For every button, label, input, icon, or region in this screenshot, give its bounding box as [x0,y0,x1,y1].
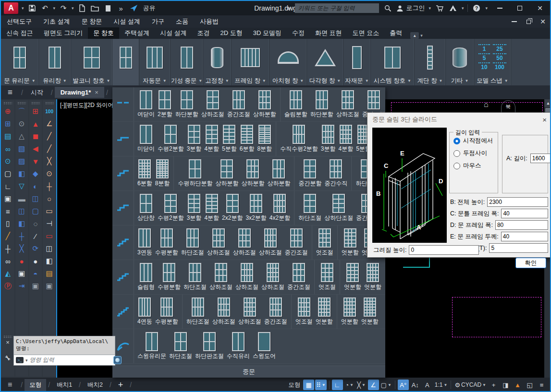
tool-icon[interactable]: ○ [44,192,55,205]
tool-icon[interactable]: ╱ [44,143,55,155]
autodesk-icon[interactable] [448,3,458,13]
ribbon-tab-3D 모델링[interactable]: 3D 모델링 [248,27,287,39]
menu-item-문 창문[interactable]: 문 창문 [76,15,108,28]
flyout-item-하단조절[interactable]: 하단조절 [184,263,207,291]
terminal-icon[interactable]: >_ [16,357,24,363]
tool-icon[interactable]: ▼ [30,155,41,167]
tool-icon[interactable]: ┼ [2,242,13,255]
tool-icon[interactable]: ◧ [16,167,27,180]
tool-icon[interactable]: ⊙ [16,118,27,130]
tool-icon[interactable]: ⊞ [30,105,41,118]
tool-icon[interactable]: ▢ [30,205,41,217]
field-input[interactable]: 2300 [487,197,548,207]
flyout-item-엇분할[interactable]: 엇분할 [364,263,381,291]
radio-icon[interactable] [453,138,460,144]
flyout-item-상하조절[interactable]: 상하조절 [336,90,359,119]
ribbon-tab-문 창호[interactable]: 문 창호 [88,27,119,39]
open-folder-icon[interactable] [90,3,100,13]
tool-icon[interactable]: ┼ [44,180,55,192]
flyout-item-3분할[interactable]: 3분할 [187,125,202,153]
snap-number-1[interactable]: 1 [478,44,490,52]
tool-icon[interactable]: ≡ [2,205,13,217]
search-input[interactable]: 키워드 또는 구절 입력 [295,3,379,13]
layout-tab-배치2[interactable]: 배치2 [83,379,108,391]
snap-number-100[interactable]: 100 [493,62,506,71]
menu-item-가구[interactable]: 가구 [146,15,170,28]
maximize-button[interactable] [512,2,528,14]
menu-item-기초 설계[interactable]: 기초 설계 [37,15,76,28]
tool-icon[interactable]: ◫ [16,205,27,217]
ribbon-panel-문 유리문[interactable]: 문 유리문▼ [1,39,39,85]
tool-icon[interactable]: ⊕ [2,105,13,118]
command-history[interactable]: C:\Users\jeffy\AppData\Local\ 명령: [13,336,115,355]
help-icon[interactable]: ? [472,3,481,13]
flyout-item-하단조절[interactable]: 하단조절 [181,228,204,257]
flyout-item-상하조절[interactable]: 상하조절 [235,263,258,291]
flyout-item-4x2분할[interactable]: 4x2분할 [269,194,290,222]
layout-tab-모형[interactable]: 모형 [24,379,46,391]
tool-icon[interactable]: ⊣ [44,217,55,230]
dialog-title-bar[interactable]: 중문 슬림 3단 슬라이드 × [367,113,551,126]
tool-icon[interactable]: ▬ [16,192,27,205]
ribbon-panel-자동문[interactable]: 자동문▼ [139,39,171,85]
tool-icon[interactable]: ▯ [2,217,13,230]
flyout-item-하단분할[interactable]: 하단분할 [175,90,198,119]
status-annotation-scale[interactable]: 1:1▼ [434,380,449,390]
new-layout-button[interactable]: + [113,380,128,390]
flyout-item-수평분할[interactable]: 수평분할 [155,297,178,326]
flyout-item-상하조절[interactable]: 상하조절 [259,228,282,257]
flyout-item-8분할[interactable]: 8분할 [257,125,272,153]
ribbon-panel-아치형 창[interactable]: 아치형 창▼ [269,39,307,85]
flyout-item-2x2분할[interactable]: 2x2분할 [222,194,243,222]
status-annotation-visibility[interactable]: A° [398,380,409,390]
status-ortho-mode[interactable]: ∟ [332,380,343,390]
ribbon-tab-화면 표현[interactable]: 화면 표현 [310,27,347,39]
tool-icon[interactable]: ▧ [16,143,27,155]
doc-minimize-button[interactable] [507,16,521,27]
radio-option-시작점에서[interactable]: 시작점에서 [453,137,494,145]
tool-icon[interactable]: ◓ [30,267,41,280]
snap-number-50[interactable]: 50 [493,53,506,61]
ribbon-panel-기타[interactable]: 기타▼ [446,39,474,85]
status-object-snap-tracking[interactable]: ╳▼ [356,380,367,390]
flyout-item-상하조절[interactable]: 상하조절 [238,297,261,326]
snap-number-25[interactable]: 25 [493,44,506,52]
flyout-item-하단조절[interactable]: 하단조절 [186,297,209,326]
flyout-item-엇조절[interactable]: 엇조절 [295,297,313,326]
tool-icon[interactable]: ⊙ [44,167,55,180]
flyout-item-3연동[interactable]: 3연동 [137,228,152,257]
share-icon[interactable] [129,3,139,13]
flyout-item-하단조절[interactable]: 하단조절 [169,332,192,360]
tool-icon[interactable]: ▭ [44,205,55,217]
tool-icon[interactable]: ∕ [30,230,41,242]
tool-icon[interactable]: ◭ [2,267,13,280]
ribbon-panel-jungmun[interactable] [112,39,139,85]
tool-icon[interactable]: ▭ [44,230,55,242]
tool-icon[interactable]: ⟳ [30,242,41,255]
flyout-item-상단창[interactable]: 상단창 [137,194,155,222]
field-a-input[interactable]: 1600 [530,154,551,163]
radio-icon[interactable] [453,163,460,169]
status-object-snap[interactable]: ▢▼ [380,380,392,390]
undo-icon[interactable]: ↶ [40,3,50,13]
flyout-item-상하분할[interactable]: 상하분할 [267,159,290,188]
tool-icon[interactable]: ▨ [16,155,27,167]
flyout-item-엇분할[interactable]: 엇분할 [361,297,379,326]
layout-menu-icon[interactable]: ≡ [1,380,19,389]
flyout-item-하단판조절[interactable]: 하단판조절 [195,332,224,360]
ribbon-tab-시설 설계[interactable]: 시설 설계 [155,27,192,39]
tool-icon[interactable]: ◐ [30,180,41,192]
command-close-icon[interactable]: × [3,339,12,346]
flyout-item-중간조절[interactable]: 중간조절 [264,297,287,326]
tool-icon[interactable]: ▣ [44,280,55,292]
ribbon-tab-수정[interactable]: 수정 [287,27,310,39]
tool-icon[interactable]: ╱ [2,230,13,242]
status-customization[interactable]: ≡ [536,380,547,390]
undo-caret[interactable]: ▾ [53,6,56,11]
ribbon-panel-유리창[interactable]: 유리창▼ [39,39,71,85]
new-file-icon[interactable] [77,3,87,13]
menu-item-시설 설계[interactable]: 시설 설계 [108,15,146,28]
flyout-item-4분할[interactable]: 4분할 [204,194,219,222]
tool-icon[interactable]: ◌ [30,217,41,230]
tool-icon[interactable]: ◫ [44,242,55,255]
